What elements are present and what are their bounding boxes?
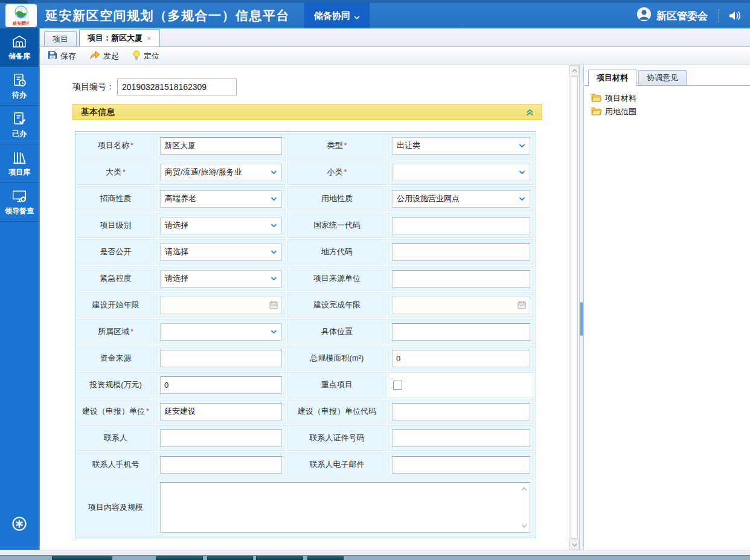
funding-source-input[interactable] <box>160 350 282 367</box>
field-label-national-code: 国家统一代码 <box>287 213 386 238</box>
tab-bar: 项目项目：新区大厦× <box>40 28 750 47</box>
sidebar-item-label: 项目库 <box>8 167 30 178</box>
field-cell-contact-person <box>156 425 286 451</box>
required-asterisk: * <box>344 167 347 177</box>
section-basic-info-header[interactable]: 基本信息 <box>72 104 542 120</box>
splitter-handle[interactable] <box>580 302 583 336</box>
field-label-location: 具体位置 <box>287 319 386 344</box>
field-label-major-category: 大类* <box>77 159 155 185</box>
scroll-up-icon[interactable] <box>569 65 579 76</box>
field-cell-construction-start-year <box>156 292 286 318</box>
land-use-nature-select[interactable]: 公用设施营业网点 <box>392 190 530 208</box>
panel-splitter[interactable] <box>579 65 584 550</box>
construction-start-year-date-input[interactable] <box>160 297 282 314</box>
contact-person-input[interactable] <box>160 430 282 447</box>
field-cell-local-code <box>388 239 534 265</box>
field-label-urgency: 紧急程度 <box>77 266 155 291</box>
textarea-scroll-up-icon[interactable] <box>521 487 527 491</box>
field-cell-key-project <box>388 372 534 397</box>
contact-mobile-input[interactable] <box>160 456 282 474</box>
chevron-down-icon <box>519 144 525 148</box>
save-icon <box>48 50 57 62</box>
applicant-unit-input[interactable] <box>160 403 282 420</box>
sidebar-item-leader-supervision[interactable]: 领导督查 <box>0 183 39 222</box>
national-code-input[interactable] <box>392 217 530 234</box>
tree-item[interactable]: 用地范围 <box>591 105 750 118</box>
sidebar-item-todo[interactable]: 待办 <box>0 67 39 106</box>
urgency-select[interactable]: 请选择 <box>160 270 282 288</box>
major-category-select[interactable]: 商贸/流通/旅游/服务业 <box>160 164 282 181</box>
investment-nature-select[interactable]: 高端养老 <box>160 190 282 208</box>
field-label-region: 所属区域* <box>77 319 155 344</box>
is-public-select[interactable]: 请选择 <box>160 243 282 261</box>
right-panel-tabs: 项目材料协调意见 <box>584 68 750 86</box>
locate-button[interactable]: 定位 <box>132 50 159 62</box>
field-label-construction-end-year: 建设完成年限 <box>287 292 386 318</box>
contact-email-input[interactable] <box>392 456 530 474</box>
nav-reserve-collaboration-dropdown[interactable]: 储备协同 <box>304 3 370 28</box>
total-area-input[interactable] <box>392 350 530 367</box>
project-no-input[interactable] <box>117 79 237 95</box>
user-menu[interactable]: 新区管委会 <box>636 7 708 25</box>
right-tab-project-materials[interactable]: 项目材料 <box>588 69 636 86</box>
field-cell-investment-nature: 高端养老 <box>156 186 286 211</box>
asterisk-circle-icon <box>10 515 28 535</box>
chevron-down-icon <box>271 250 277 254</box>
project-name-input[interactable] <box>160 137 282 155</box>
textarea-scroll-down-icon[interactable] <box>521 524 527 528</box>
applicant-unit-code-input[interactable] <box>392 403 530 420</box>
scrollbar-thumb[interactable] <box>571 76 578 539</box>
sidebar-item-project-library[interactable]: 项目库 <box>0 144 39 183</box>
sidebar: 储备库待办已办项目库领导督查 <box>0 28 39 550</box>
save-button[interactable]: 保存 <box>48 50 76 62</box>
sidebar-item-done[interactable]: 已办 <box>0 106 39 144</box>
chevron-down-icon <box>519 197 525 201</box>
project-no-label: 项目编号： <box>72 82 115 92</box>
collapse-sidebar-button[interactable] <box>0 515 39 535</box>
sidebar-item-reserve[interactable]: 储备库 <box>0 28 39 67</box>
user-name: 新区管委会 <box>656 9 708 23</box>
locate-bulb-icon <box>132 50 141 62</box>
tab-close-icon[interactable]: × <box>147 34 152 43</box>
construction-end-year-date-input[interactable] <box>392 297 530 314</box>
right-tab-coordination-opinions[interactable]: 协调意见 <box>638 70 687 85</box>
location-input[interactable] <box>392 323 530 341</box>
field-label-applicant-unit: 建设（申报）单位* <box>77 399 155 424</box>
contact-id-number-input[interactable] <box>392 430 530 447</box>
project-level-select[interactable]: 请选择 <box>160 217 282 234</box>
sound-icon[interactable] <box>728 10 742 21</box>
field-cell-total-area <box>388 346 534 371</box>
source-unit-input[interactable] <box>392 270 530 288</box>
header-divider <box>719 9 719 22</box>
field-cell-applicant-unit <box>156 399 286 424</box>
vertical-scrollbar[interactable] <box>569 65 579 550</box>
logo-text: 延安新区 <box>13 21 30 26</box>
type-select[interactable]: 出让类 <box>392 137 530 155</box>
tree-item[interactable]: 项目材料 <box>591 92 750 105</box>
field-label-contact-email: 联系人电子邮件 <box>287 452 386 477</box>
scroll-down-icon[interactable] <box>569 539 579 550</box>
investment-scale-input[interactable] <box>160 376 282 394</box>
region-select[interactable] <box>160 323 282 341</box>
sidebar-item-label: 储备库 <box>8 51 30 62</box>
materials-tree: 项目材料用地范围 <box>584 86 750 118</box>
key-project-checkbox[interactable] <box>393 381 402 390</box>
sub-category-select[interactable] <box>392 164 530 181</box>
right-panel: 项目材料协调意见 项目材料用地范围 <box>584 65 750 550</box>
chevron-down-icon <box>271 224 277 228</box>
initiate-button[interactable]: 发起 <box>89 50 119 62</box>
field-cell-location <box>388 319 534 344</box>
field-label-project-level: 项目级别 <box>77 213 155 238</box>
sidebar-item-label: 领导督查 <box>5 206 34 216</box>
chevron-double-up-icon[interactable] <box>526 109 534 116</box>
field-label-land-use-nature: 用地性质 <box>287 186 386 211</box>
field-label-local-code: 地方代码 <box>287 239 386 265</box>
tab-project-detail[interactable]: 项目：新区大厦× <box>79 29 160 47</box>
field-cell-land-use-nature: 公用设施营业网点 <box>388 186 534 211</box>
tab-project[interactable]: 项目 <box>44 31 77 47</box>
field-label-type: 类型* <box>287 133 386 158</box>
project-content-textarea[interactable] <box>160 482 530 533</box>
field-label-investment-scale: 投资规模(万元) <box>77 372 155 397</box>
local-code-input[interactable] <box>392 243 530 261</box>
field-cell-investment-scale <box>156 372 286 397</box>
